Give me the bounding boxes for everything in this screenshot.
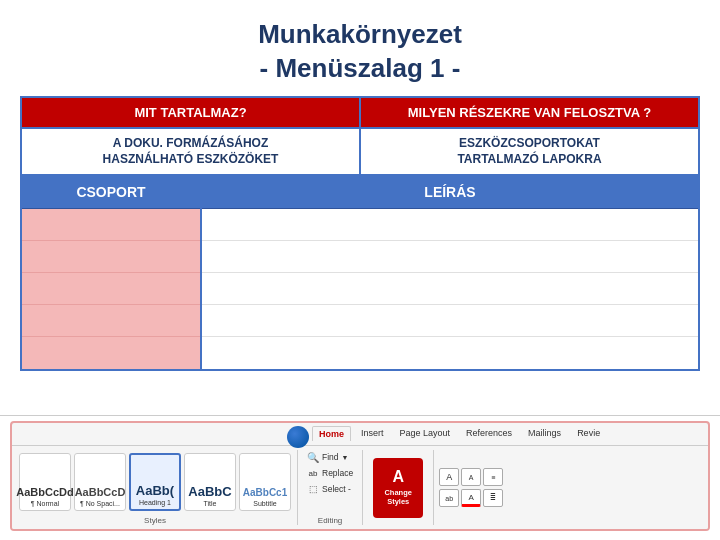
header-row: MIT TARTALMAZ? MILYEN RÉSZEKRE VAN FELOS… (22, 98, 698, 127)
ribbon-area: Home Insert Page Layout References Maili… (0, 415, 720, 540)
style-subtitle-button[interactable]: AaBbCc1 Subtitle (239, 453, 291, 511)
content-table: MIT TARTALMAZ? MILYEN RÉSZEKRE VAN FELOS… (20, 96, 700, 372)
rt-row-1: A A ≡ (439, 468, 503, 486)
ribbon-content: AaBbCcDd ¶ Normal AaBbCcD ¶ No Spaci... … (12, 445, 708, 529)
tab-page-layout[interactable]: Page Layout (394, 426, 457, 441)
style-normal-label: ¶ Normal (31, 500, 59, 507)
office-orb-icon[interactable] (287, 426, 309, 448)
table-row (202, 273, 698, 305)
find-label: Find (322, 452, 339, 462)
data-table: CSOPORT LEÍRÁS (22, 174, 698, 369)
table-row (202, 241, 698, 273)
table-row (202, 337, 698, 369)
subheader-row: A DOKU. FORMÁZÁSÁHOZHASZNÁLHATÓ ESZKÖZÖK… (22, 127, 698, 175)
style-normal-sample: AaBbCcDd (16, 487, 73, 498)
style-subtitle-sample: AaBbCc1 (243, 488, 287, 498)
title-area: Munkakörnyezet - Menüszalag 1 - (0, 0, 720, 96)
select-button[interactable]: ⬚ Select - (304, 482, 356, 496)
slide-container: Munkakörnyezet - Menüszalag 1 - MIT TART… (0, 0, 720, 540)
change-styles-group: A Change Styles (369, 450, 427, 525)
header-left: MIT TARTALMAZ? (22, 98, 361, 127)
table-row (202, 305, 698, 337)
col-left: CSOPORT (22, 176, 202, 369)
editing-group: 🔍 Find ▼ ab Replace ⬚ Select - Editing (304, 450, 363, 525)
replace-icon: ab (307, 467, 319, 479)
style-nospacing-button[interactable]: AaBbCcD ¶ No Spaci... (74, 453, 126, 511)
rt-text-btn[interactable]: ≡ (483, 468, 503, 486)
style-nospacing-label: ¶ No Spaci... (80, 500, 120, 507)
change-styles-icon: A (392, 469, 404, 485)
find-arrow: ▼ (342, 454, 349, 461)
style-heading1-button[interactable]: AaBb( Heading 1 (129, 453, 181, 511)
subheader-left: A DOKU. FORMÁZÁSÁHOZHASZNÁLHATÓ ESZKÖZÖK… (22, 129, 361, 175)
style-normal-button[interactable]: AaBbCcDd ¶ Normal (19, 453, 71, 511)
slide-title: Munkakörnyezet - Menüszalag 1 - (10, 18, 710, 86)
rt-A-color[interactable]: A (461, 489, 481, 507)
find-button[interactable]: 🔍 Find ▼ (304, 450, 356, 464)
right-toolbar: A A ≡ ab A ≣ (433, 450, 503, 525)
rt-A-large[interactable]: A (439, 468, 459, 486)
select-icon: ⬚ (307, 483, 319, 495)
rt-ab-btn[interactable]: ab (439, 489, 459, 507)
find-icon: 🔍 (307, 451, 319, 463)
rt-row-2: ab A ≣ (439, 489, 503, 507)
styles-group-label: Styles (144, 516, 166, 525)
ribbon-wrapper: Home Insert Page Layout References Maili… (10, 421, 710, 531)
table-row (22, 241, 200, 273)
tab-references[interactable]: References (460, 426, 518, 441)
subheader-right: ESZKÖZCSOPORTOKATTARTALMAZÓ LAPOKRA (361, 129, 698, 175)
change-styles-label: Change Styles (384, 488, 412, 506)
table-row (22, 305, 200, 337)
table-row (22, 337, 200, 369)
col-left-header: CSOPORT (22, 176, 200, 209)
rt-A-small[interactable]: A (461, 468, 481, 486)
tab-insert[interactable]: Insert (355, 426, 390, 441)
col-right: LEÍRÁS (202, 176, 698, 369)
replace-button[interactable]: ab Replace (304, 466, 356, 480)
replace-label: Replace (322, 468, 353, 478)
tab-home[interactable]: Home (312, 426, 351, 441)
styles-group: AaBbCcDd ¶ Normal AaBbCcD ¶ No Spaci... … (17, 450, 298, 525)
tab-review[interactable]: Revie (571, 426, 606, 441)
right-rows (202, 209, 698, 369)
title-line2: - Menüszalag 1 - (260, 53, 461, 83)
title-line1: Munkakörnyezet (258, 19, 462, 49)
style-title-button[interactable]: AaBbC Title (184, 453, 236, 511)
style-buttons-row: AaBbCcDd ¶ Normal AaBbCcD ¶ No Spaci... … (19, 450, 291, 514)
style-heading1-sample: AaBb( (136, 484, 174, 497)
table-row (22, 209, 200, 241)
ribbon-tabs: Home Insert Page Layout References Maili… (312, 426, 708, 441)
style-title-sample: AaBbC (188, 485, 231, 498)
style-subtitle-label: Subtitle (253, 500, 276, 507)
tab-mailings[interactable]: Mailings (522, 426, 567, 441)
rt-align-btn[interactable]: ≣ (483, 489, 503, 507)
select-label: Select - (322, 484, 351, 494)
style-nospacing-sample: AaBbCcD (75, 487, 126, 498)
change-styles-button[interactable]: A Change Styles (373, 458, 423, 518)
editing-group-label: Editing (304, 516, 356, 525)
style-title-label: Title (204, 500, 217, 507)
header-right: MILYEN RÉSZEKRE VAN FELOSZTVA ? (361, 98, 698, 127)
table-row (202, 209, 698, 241)
table-row (22, 273, 200, 305)
style-heading1-label: Heading 1 (139, 499, 171, 506)
col-right-header: LEÍRÁS (202, 176, 698, 209)
